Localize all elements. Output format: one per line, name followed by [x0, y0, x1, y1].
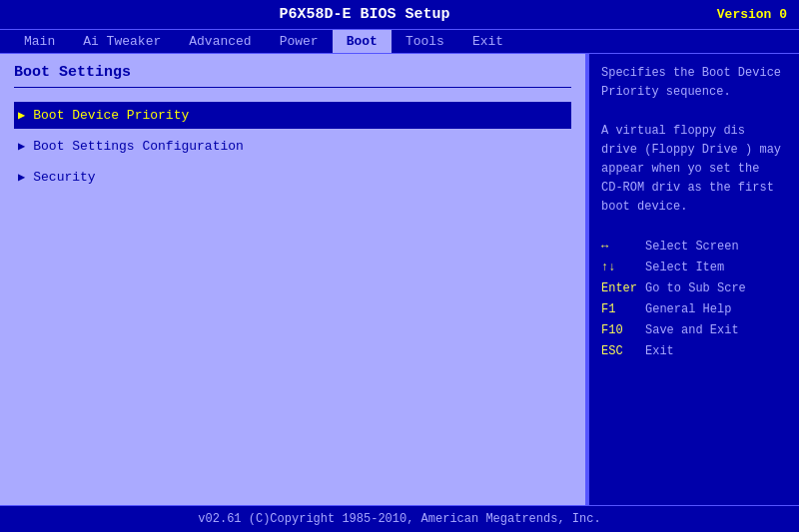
nav-bar: MainAi TweakerAdvancedPowerBootToolsExit	[0, 29, 799, 54]
help-text: Specifies the Boot Device Priority seque…	[601, 64, 787, 218]
key-label: F1	[601, 300, 645, 318]
key-label: ↑↓	[601, 259, 645, 276]
menu-item-label: Security	[33, 170, 95, 185]
nav-item-power[interactable]: Power	[266, 30, 333, 53]
key-row: EnterGo to Sub Scre	[601, 279, 787, 297]
main-content: Boot Settings ▶Boot Device Priority▶Boot…	[0, 54, 799, 506]
menu-item-security[interactable]: ▶Security	[14, 164, 571, 191]
footer-text: v02.61 (C)Copyright 1985-2010, American …	[198, 512, 600, 526]
menu-item-boot-settings-configuration[interactable]: ▶Boot Settings Configuration	[14, 133, 571, 160]
key-desc: Select Screen	[645, 238, 739, 256]
key-label: ESC	[601, 342, 645, 360]
key-row: F10Save and Exit	[601, 321, 787, 339]
version-text: Version 0	[717, 7, 787, 22]
nav-item-exit[interactable]: Exit	[458, 30, 517, 53]
key-label: Enter	[601, 279, 645, 297]
nav-item-ai-tweaker[interactable]: Ai Tweaker	[69, 30, 175, 53]
key-desc: Exit	[645, 342, 674, 360]
key-row: ↑↓Select Item	[601, 259, 787, 276]
section-title: Boot Settings	[14, 64, 571, 88]
left-panel: Boot Settings ▶Boot Device Priority▶Boot…	[0, 54, 587, 506]
arrow-icon: ▶	[18, 139, 25, 154]
footer: v02.61 (C)Copyright 1985-2010, American …	[0, 505, 799, 532]
title-text: P6X58D-E BIOS Setup	[12, 6, 717, 23]
key-row: ↔Select Screen	[601, 238, 787, 256]
nav-item-boot[interactable]: Boot	[333, 30, 392, 53]
key-row: ESCExit	[601, 342, 787, 360]
menu-items: ▶Boot Device Priority▶Boot Settings Conf…	[14, 102, 571, 191]
right-panel: Specifies the Boot Device Priority seque…	[589, 54, 799, 506]
title-bar: P6X58D-E BIOS Setup Version 0	[0, 0, 799, 29]
menu-item-label: Boot Settings Configuration	[33, 139, 244, 154]
key-desc: General Help	[645, 300, 731, 318]
key-row: F1General Help	[601, 300, 787, 318]
menu-item-boot-device-priority[interactable]: ▶Boot Device Priority	[14, 102, 571, 129]
arrow-icon: ▶	[18, 108, 25, 123]
menu-item-label: Boot Device Priority	[33, 108, 189, 123]
key-desc: Go to Sub Scre	[645, 279, 746, 297]
key-label: F10	[601, 321, 645, 339]
nav-item-tools[interactable]: Tools	[392, 30, 458, 53]
nav-item-main[interactable]: Main	[10, 30, 69, 53]
key-desc: Select Item	[645, 259, 724, 276]
key-desc: Save and Exit	[645, 321, 739, 339]
arrow-icon: ▶	[18, 170, 25, 185]
key-label: ↔	[601, 238, 645, 256]
nav-item-advanced[interactable]: Advanced	[175, 30, 265, 53]
key-help: ↔Select Screen↑↓Select ItemEnterGo to Su…	[601, 238, 787, 360]
